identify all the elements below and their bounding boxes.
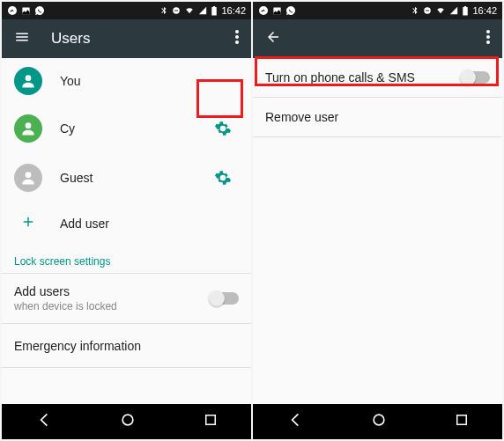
svg-rect-4 [212,7,218,15]
dnd-icon [172,6,181,15]
messenger-icon [258,5,269,16]
nav-back-icon[interactable] [35,411,53,432]
svg-point-22 [486,40,490,44]
add-user-button[interactable]: Add user [2,202,251,245]
remove-user-row[interactable]: Remove user [253,98,502,137]
nav-home-icon[interactable] [119,411,137,432]
user-label: You [60,74,239,88]
svg-point-6 [235,30,239,33]
svg-point-9 [26,75,32,81]
menu-icon[interactable] [14,29,30,48]
phone-sms-toggle-row[interactable]: Turn on phone calls & SMS [253,58,502,98]
user-settings-button[interactable] [207,162,239,194]
user-label: Cy [60,121,189,136]
setting-title: Emergency information [14,339,141,353]
battery-icon [462,6,469,16]
svg-rect-13 [205,415,215,425]
svg-rect-3 [174,11,178,11]
bluetooth-icon [159,6,168,15]
svg-rect-5 [213,6,215,7]
user-row-guest[interactable]: Guest [2,153,251,202]
svg-point-21 [486,35,490,39]
svg-point-20 [486,30,490,33]
nav-bar [253,404,502,439]
status-time: 16:42 [221,5,246,16]
phone-left: 16:42 Users You Cy [2,2,251,439]
nav-recent-icon[interactable] [454,412,470,431]
avatar [14,67,42,95]
svg-point-23 [374,415,384,425]
whatsapp-icon [285,5,296,16]
remove-user-label: Remove user [265,110,338,124]
user-row-you[interactable]: You [2,58,251,104]
messenger-icon [7,5,18,16]
add-users-locked-row[interactable]: Add users when device is locked [2,273,251,324]
svg-rect-24 [456,415,466,425]
back-icon[interactable] [265,29,281,48]
svg-point-10 [26,122,32,129]
svg-rect-18 [463,7,469,15]
overflow-icon[interactable] [486,30,490,48]
content-area: You Cy Guest A [2,58,251,404]
app-bar: Users [2,19,251,58]
image-icon [272,6,282,16]
plus-icon [20,214,36,233]
setting-title: Add users [14,284,211,298]
toggle-switch[interactable] [211,292,239,305]
signal-icon [198,6,207,15]
phone-right: 16:42 Turn on phone calls & SMS Remove u… [253,2,502,439]
nav-recent-icon[interactable] [203,412,219,431]
avatar [14,164,42,192]
svg-rect-17 [426,11,429,11]
image-icon [21,6,31,16]
user-row-cy[interactable]: Cy [2,104,251,153]
avatar [14,114,42,143]
svg-point-8 [235,40,239,44]
battery-icon [211,6,218,16]
signal-icon [449,6,458,15]
nav-home-icon[interactable] [370,411,388,432]
toggle-label: Turn on phone calls & SMS [265,70,462,85]
content-area: Turn on phone calls & SMS Remove user [253,58,502,404]
status-bar: 16:42 [253,2,502,19]
whatsapp-icon [34,5,45,16]
svg-point-12 [122,415,133,425]
dnd-icon [423,6,432,15]
svg-point-7 [235,35,239,39]
wifi-icon [184,6,195,15]
overflow-icon[interactable] [235,30,239,48]
svg-point-11 [26,172,32,178]
page-title: Users [51,30,214,48]
nav-back-icon[interactable] [286,411,304,432]
bluetooth-icon [411,6,419,15]
svg-rect-19 [464,6,466,7]
section-header: Lock screen settings [2,245,251,273]
nav-bar [2,404,251,439]
add-user-label: Add user [60,217,239,231]
user-settings-button[interactable] [207,113,239,144]
status-time: 16:42 [472,5,497,16]
emergency-info-row[interactable]: Emergency information [2,324,251,368]
user-label: Guest [60,171,189,185]
setting-subtitle: when device is locked [14,300,211,312]
status-bar: 16:42 [2,2,251,19]
toggle-switch[interactable] [462,71,490,84]
wifi-icon [435,6,446,15]
app-bar [253,19,502,58]
